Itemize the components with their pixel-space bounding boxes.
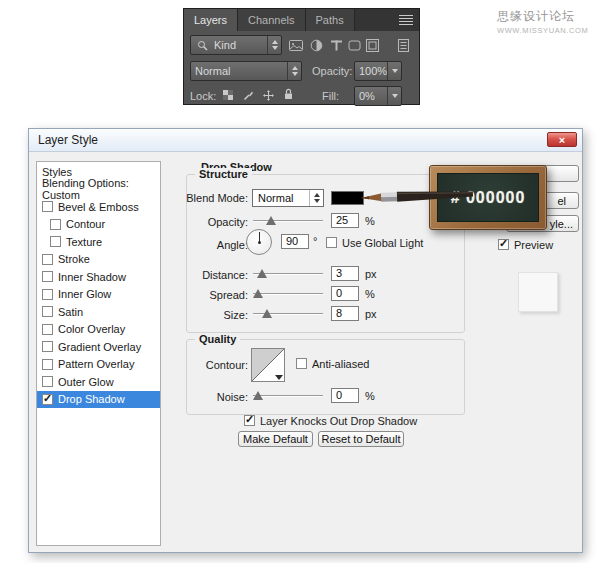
watermark-title: 思缘设计论坛 bbox=[497, 8, 588, 25]
sidebar-item-label: Inner Shadow bbox=[58, 271, 126, 283]
style-checkbox[interactable] bbox=[42, 271, 53, 282]
angle-center-dot bbox=[258, 241, 261, 244]
style-preview-thumbnail bbox=[518, 272, 558, 312]
layer-opacity-dropdown[interactable]: 100% bbox=[354, 61, 402, 81]
distance-label: Distance: bbox=[158, 269, 248, 281]
contour-picker[interactable] bbox=[251, 348, 285, 382]
style-checkbox[interactable] bbox=[42, 394, 53, 405]
layer-knocks-out-label: Layer Knocks Out Drop Shadow bbox=[260, 415, 417, 427]
opacity-slider[interactable] bbox=[253, 213, 323, 227]
layer-fill-dropdown[interactable]: 0% bbox=[354, 86, 402, 106]
layers-panel: Layers Channels Paths Kind bbox=[183, 8, 420, 105]
sidebar-item-texture[interactable]: Texture bbox=[37, 233, 160, 251]
slider-thumb[interactable] bbox=[262, 309, 272, 318]
sidebar-item-contour[interactable]: Contour bbox=[37, 216, 160, 234]
distance-input[interactable]: 3 bbox=[331, 266, 359, 281]
slider-thumb[interactable] bbox=[253, 391, 263, 400]
filter-kind-dropdown[interactable]: Kind bbox=[190, 35, 282, 55]
shadow-color-swatch[interactable] bbox=[331, 191, 364, 205]
chevron-down-icon[interactable] bbox=[275, 375, 283, 380]
sidebar-item-outer-glow[interactable]: Outer Glow bbox=[37, 373, 160, 391]
reset-to-default-label: Reset to Default bbox=[322, 433, 401, 445]
smart-object-filter-icon[interactable] bbox=[364, 38, 380, 52]
style-checkbox[interactable] bbox=[42, 254, 53, 265]
spread-slider[interactable] bbox=[253, 286, 323, 300]
contour-label: Contour: bbox=[158, 359, 248, 371]
spread-input[interactable]: 0 bbox=[331, 286, 359, 301]
dialog-titlebar[interactable]: Layer Style × bbox=[29, 129, 582, 152]
reset-to-default-button[interactable]: Reset to Default bbox=[318, 431, 404, 447]
shape-layer-filter-icon[interactable] bbox=[346, 38, 362, 52]
sidebar-item-color-overlay[interactable]: Color Overlay bbox=[37, 321, 160, 339]
blend-mode-label: Blend Mode: bbox=[158, 192, 248, 204]
sidebar-item-gradient-overlay[interactable]: Gradient Overlay bbox=[37, 338, 160, 356]
noise-slider[interactable] bbox=[253, 388, 323, 402]
sidebar-item-inner-glow[interactable]: Inner Glow bbox=[37, 286, 160, 304]
lock-all-icon[interactable] bbox=[280, 87, 296, 101]
sidebar-item-label: Gradient Overlay bbox=[58, 341, 141, 353]
chevron-updown-icon bbox=[267, 36, 281, 54]
chevron-updown-icon bbox=[309, 190, 323, 206]
size-input[interactable]: 8 bbox=[331, 306, 359, 321]
opacity-label: Opacity: bbox=[312, 65, 352, 77]
sidebar-item-label: Satin bbox=[58, 306, 83, 318]
angle-input[interactable]: 90 bbox=[281, 234, 309, 249]
style-checkbox[interactable] bbox=[42, 201, 53, 212]
close-button[interactable]: × bbox=[547, 132, 577, 147]
style-checkbox[interactable] bbox=[50, 236, 61, 247]
style-checkbox[interactable] bbox=[42, 324, 53, 335]
make-default-label: Make Default bbox=[243, 433, 308, 445]
styles-sidebar: Styles Blending Options: Custom Bevel & … bbox=[36, 161, 161, 546]
pixel-layer-filter-icon[interactable] bbox=[288, 38, 304, 52]
slider-track bbox=[253, 293, 323, 294]
lock-transparency-icon[interactable] bbox=[220, 88, 236, 102]
sidebar-item-inner-shadow[interactable]: Inner Shadow bbox=[37, 268, 160, 286]
style-checkbox[interactable] bbox=[42, 306, 53, 317]
sidebar-item-blending-options[interactable]: Blending Options: Custom bbox=[37, 181, 160, 199]
layers-panel-body: Kind Normal bbox=[184, 31, 419, 104]
type-layer-filter-icon[interactable] bbox=[328, 38, 344, 52]
lock-move-icon[interactable] bbox=[260, 88, 276, 102]
noise-input[interactable]: 0 bbox=[331, 388, 359, 403]
slider-thumb[interactable] bbox=[253, 289, 263, 298]
opacity-input[interactable]: 25 bbox=[331, 213, 359, 228]
sidebar-item-drop-shadow[interactable]: Drop Shadow bbox=[37, 391, 160, 409]
adjustment-layer-filter-icon[interactable] bbox=[308, 38, 324, 52]
spread-label: Spread: bbox=[158, 289, 248, 301]
tab-channels[interactable]: Channels bbox=[238, 9, 305, 31]
layer-knocks-out-checkbox[interactable] bbox=[244, 415, 255, 426]
sidebar-item-label: Outer Glow bbox=[58, 376, 114, 388]
angle-dial[interactable] bbox=[246, 229, 272, 255]
panel-options-icon[interactable] bbox=[396, 38, 412, 52]
tab-layers[interactable]: Layers bbox=[184, 9, 238, 31]
tab-paths[interactable]: Paths bbox=[306, 9, 355, 31]
panel-menu-icon[interactable] bbox=[399, 15, 413, 26]
make-default-button[interactable]: Make Default bbox=[238, 431, 313, 447]
style-checkbox[interactable] bbox=[42, 289, 53, 300]
slider-track bbox=[253, 395, 323, 396]
slider-thumb[interactable] bbox=[257, 269, 267, 278]
style-checkbox[interactable] bbox=[50, 219, 61, 230]
blend-mode-dropdown[interactable]: Normal bbox=[252, 189, 324, 207]
use-global-light-checkbox[interactable] bbox=[326, 237, 337, 248]
sidebar-item-pattern-overlay[interactable]: Pattern Overlay bbox=[37, 356, 160, 374]
distance-slider[interactable] bbox=[253, 266, 323, 280]
screenshot-root: Layers Channels Paths Kind bbox=[0, 0, 600, 563]
layer-opacity-value: 100% bbox=[355, 65, 387, 77]
layer-blend-mode-dropdown[interactable]: Normal bbox=[190, 61, 302, 81]
preview-checkbox[interactable] bbox=[498, 239, 509, 250]
sidebar-item-stroke[interactable]: Stroke bbox=[37, 251, 160, 269]
dialog-title: Layer Style bbox=[38, 133, 98, 147]
sidebar-item-satin[interactable]: Satin bbox=[37, 303, 160, 321]
style-checkbox[interactable] bbox=[42, 359, 53, 370]
anti-aliased-checkbox[interactable] bbox=[296, 358, 307, 369]
slider-thumb[interactable] bbox=[266, 216, 276, 225]
lock-paint-icon[interactable] bbox=[240, 88, 256, 102]
size-unit: px bbox=[365, 308, 377, 320]
style-checkbox[interactable] bbox=[42, 376, 53, 387]
close-icon: × bbox=[559, 134, 565, 146]
style-checkbox[interactable] bbox=[42, 341, 53, 352]
filter-kind-label: Kind bbox=[210, 39, 267, 51]
size-slider[interactable] bbox=[253, 306, 323, 320]
sidebar-item-label: Pattern Overlay bbox=[58, 358, 134, 370]
